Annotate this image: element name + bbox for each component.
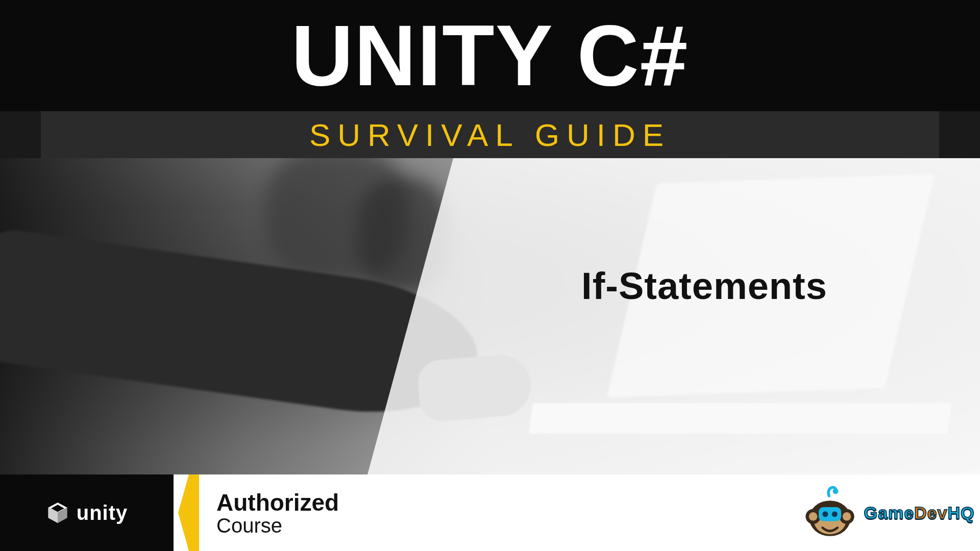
unity-wordmark: unity bbox=[77, 502, 128, 524]
svg-point-11 bbox=[822, 511, 828, 517]
gamedevhq-wordmark: GameDevHQ bbox=[864, 503, 975, 523]
svg-point-12 bbox=[831, 511, 837, 517]
unity-logo: unity bbox=[46, 501, 128, 524]
footer-brand-block: GameDevHQ bbox=[796, 474, 980, 551]
svg-rect-10 bbox=[819, 507, 841, 521]
footer-bar: unity Authorized Course bbox=[0, 474, 980, 551]
brand-part-game: Game bbox=[864, 503, 915, 522]
course-label: Course bbox=[216, 514, 796, 537]
footer-authorized-block: Authorized Course bbox=[199, 474, 796, 551]
brand-part-dev: Dev bbox=[914, 503, 947, 522]
footer-accent-yellow bbox=[174, 474, 199, 551]
topic-overlay: If-Statements bbox=[368, 158, 980, 474]
svg-point-13 bbox=[832, 488, 838, 494]
svg-point-8 bbox=[808, 512, 817, 521]
brand-part-hq: HQ bbox=[947, 503, 974, 522]
course-title-slide: UNITY C# SURVIVAL GUIDE If-Statements un… bbox=[0, 0, 980, 551]
gamedevhq-monkey-icon bbox=[802, 485, 858, 541]
title-band: UNITY C# bbox=[0, 0, 980, 111]
authorized-label: Authorized bbox=[216, 489, 796, 516]
unity-cube-icon bbox=[46, 501, 69, 524]
topic-title: If-Statements bbox=[581, 264, 827, 308]
svg-point-9 bbox=[842, 512, 851, 521]
main-title: UNITY C# bbox=[291, 13, 689, 98]
footer-unity-block: unity bbox=[0, 474, 174, 551]
subtitle-text: SURVIVAL GUIDE bbox=[309, 117, 671, 153]
subtitle-band: SURVIVAL GUIDE bbox=[0, 111, 980, 158]
